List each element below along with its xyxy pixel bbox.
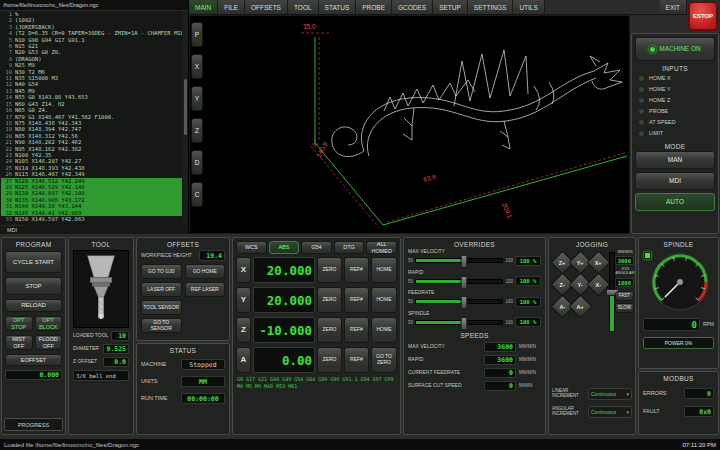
speed-unit: MM/MIN bbox=[519, 357, 541, 362]
axis-home-button[interactable]: HOME bbox=[371, 317, 397, 343]
dro-mode-button[interactable]: ABS bbox=[269, 241, 300, 254]
mist-button[interactable]: MIST OFF bbox=[5, 335, 33, 350]
override-slider[interactable]: 50 100 100 % bbox=[408, 316, 541, 328]
override-slider[interactable]: 50 100 100 % bbox=[408, 296, 541, 308]
view-preset-button[interactable]: P bbox=[191, 22, 203, 47]
offsets-button[interactable]: REF LASER bbox=[185, 282, 226, 297]
slider-max-label: 100 bbox=[505, 279, 513, 284]
menu-tab[interactable]: PROBE bbox=[356, 0, 392, 14]
axis-ref-button[interactable]: REF# bbox=[344, 287, 369, 313]
override-slider[interactable]: 50 100 100 % bbox=[408, 255, 541, 267]
axis-select-button[interactable]: X bbox=[236, 257, 251, 283]
speed-readouts: MAX VELOCITY 3600 MM/MIN RAPID 3600 MM/M… bbox=[408, 340, 541, 392]
axis-zero-button[interactable]: ZERO bbox=[317, 317, 342, 343]
menu-tab[interactable]: OFFSETS bbox=[245, 0, 288, 14]
menu-tab[interactable]: GCODES bbox=[392, 0, 433, 14]
linear-increment-dropdown[interactable]: Continuous ▾ bbox=[588, 388, 632, 400]
mdi-tab[interactable]: MDI bbox=[0, 225, 24, 234]
input-label: LIMIT bbox=[649, 130, 663, 136]
menu-tab[interactable]: UTILS bbox=[513, 0, 544, 14]
input-indicator-row: AT SPEED bbox=[635, 117, 715, 128]
axis-select-button[interactable]: Z bbox=[236, 317, 251, 343]
dro-mode-button[interactable]: G54 bbox=[301, 241, 332, 254]
slider-fill bbox=[416, 321, 464, 324]
dro-mode-button[interactable]: WCS bbox=[236, 241, 267, 254]
speed-label: SURFACE CUT SPEED bbox=[408, 383, 481, 389]
view-preset-button[interactable]: Z bbox=[191, 118, 203, 143]
axis-home-button[interactable]: HOME bbox=[371, 257, 397, 283]
offsets-button[interactable]: TOOL SENSOR bbox=[141, 300, 182, 315]
exit-button[interactable]: EXIT bbox=[660, 0, 687, 14]
view-preset-button[interactable]: Y bbox=[191, 86, 203, 111]
eoffset-button[interactable]: EOFFSET bbox=[5, 354, 62, 366]
z-offset-display: 0.0 bbox=[103, 357, 129, 367]
mode-button[interactable]: MAN bbox=[635, 151, 715, 169]
slider-track[interactable] bbox=[415, 299, 503, 304]
menu-tab[interactable]: SETUP bbox=[433, 0, 468, 14]
gcode-scrollbar-thumb[interactable] bbox=[184, 79, 187, 135]
axis-home-button[interactable]: HOME bbox=[371, 287, 397, 313]
dro-mode-button[interactable]: DTG bbox=[334, 241, 365, 254]
gcode-scrollbar[interactable] bbox=[183, 11, 188, 225]
axis-select-button[interactable]: Y bbox=[236, 287, 251, 313]
run-time-display: 00:00:00 bbox=[181, 393, 225, 404]
loaded-tool-label: LOADED TOOL bbox=[73, 333, 109, 339]
offsets-button[interactable]: GO TO SENSOR bbox=[141, 318, 182, 333]
view-preset-button[interactable]: D bbox=[191, 150, 203, 175]
slider-knob[interactable] bbox=[460, 317, 467, 330]
override-percent-display: 100 % bbox=[515, 317, 541, 327]
slider-track[interactable] bbox=[415, 279, 503, 284]
menu-tab[interactable]: FILE bbox=[218, 0, 245, 14]
dro-axis-row: X 20.000 ZERO REF# HOME bbox=[236, 257, 397, 283]
axis-ref-button[interactable]: REF# bbox=[344, 257, 369, 283]
opt-block-button[interactable]: OPT BLOCK bbox=[35, 316, 63, 331]
angular-increment-dropdown[interactable]: Continuous ▾ bbox=[588, 406, 632, 418]
menu-tab[interactable]: STATUS bbox=[319, 0, 357, 14]
window-statusbar: Loaded file /home/file/linuxcnc/nc_files… bbox=[0, 438, 720, 450]
axis-select-button[interactable]: A bbox=[236, 347, 251, 373]
axis-zero-button[interactable]: ZERO bbox=[317, 347, 342, 373]
chevron-down-icon: ▾ bbox=[626, 391, 629, 397]
view-preset-button[interactable]: X bbox=[191, 54, 203, 79]
menu-tab[interactable]: MAIN bbox=[189, 0, 218, 14]
machine-on-button[interactable]: MACHINE ON bbox=[635, 37, 715, 61]
estop-button[interactable]: ESTOP bbox=[688, 1, 718, 31]
offsets-button[interactable]: LASER OFF bbox=[141, 282, 182, 297]
slider-knob[interactable] bbox=[460, 255, 467, 268]
mode-button[interactable]: AUTO bbox=[635, 193, 715, 211]
mode-button[interactable]: MDI bbox=[635, 172, 715, 190]
slider-track[interactable] bbox=[415, 258, 503, 263]
axis-ref-button[interactable]: REF# bbox=[344, 347, 369, 373]
stop-button[interactable]: STOP bbox=[5, 277, 62, 295]
flood-button[interactable]: FLOOD OFF bbox=[35, 335, 63, 350]
axis-ref-button[interactable]: REF# bbox=[344, 317, 369, 343]
jog-fast-button[interactable]: FAST bbox=[615, 291, 634, 301]
view-preset-button[interactable]: C bbox=[191, 182, 203, 207]
menu-tab[interactable]: TOOL bbox=[288, 0, 319, 14]
jog-a-plus-button[interactable]: A+ bbox=[568, 294, 592, 318]
override-slider[interactable]: 50 100 100 % bbox=[408, 275, 541, 287]
program-panel: PROGRAM CYCLE START STOP RELOAD OPT STOP… bbox=[1, 237, 66, 435]
offsets-button[interactable]: GO HOME bbox=[185, 264, 226, 279]
gcode-preview-canvas[interactable]: P X Y Z D C bbox=[189, 15, 630, 234]
gcode-line-list[interactable]: 1 % 2 (1002) 3 (JOKERSBACK) 4 (T2 D=6.35… bbox=[1, 11, 182, 225]
slider-knob[interactable] bbox=[460, 276, 467, 289]
jog-x-plus-button[interactable]: X+ bbox=[586, 250, 610, 274]
modbus-panel: MODBUS ERRORS 0 FAULT 0x0 bbox=[638, 371, 719, 435]
reload-button[interactable]: RELOAD bbox=[5, 299, 62, 312]
offsets-button[interactable]: GO TO G30 bbox=[141, 264, 182, 279]
menu-tab[interactable]: SETTINGS bbox=[468, 0, 514, 14]
slider-knob[interactable] bbox=[460, 296, 467, 309]
dro-mode-button[interactable]: ALL HOMED bbox=[366, 241, 397, 254]
axis-home-button[interactable]: GO TO ZERO bbox=[371, 347, 397, 373]
axis-zero-button[interactable]: ZERO bbox=[317, 287, 342, 313]
speed-row: RAPID 3600 MM/MIN bbox=[408, 353, 541, 366]
slider-track[interactable] bbox=[415, 320, 503, 325]
gcode-line[interactable]: 33 N150 X149.597 Y42.863 bbox=[1, 216, 182, 222]
z-offset-label: Z OFFSET bbox=[73, 359, 101, 365]
input-led bbox=[638, 75, 645, 82]
axis-zero-button[interactable]: ZERO bbox=[317, 257, 342, 283]
opt-stop-button[interactable]: OPT STOP bbox=[5, 316, 33, 331]
jog-slow-button[interactable]: SLOW bbox=[615, 303, 634, 313]
cycle-start-button[interactable]: CYCLE START bbox=[5, 251, 62, 273]
